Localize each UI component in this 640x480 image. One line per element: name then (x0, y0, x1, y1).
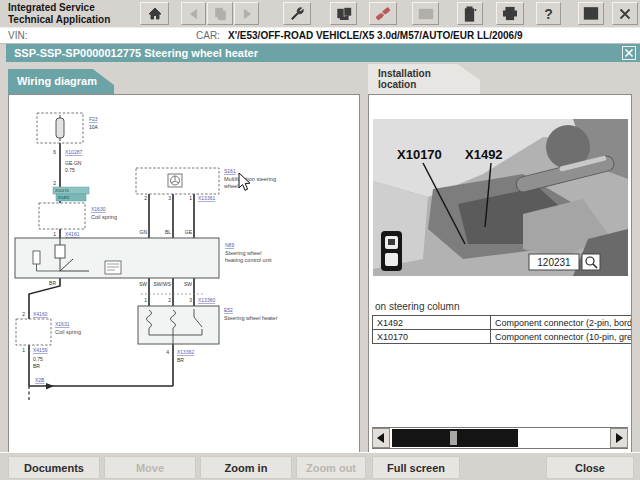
multifunction-steering-wheel-box (136, 168, 219, 194)
mail-icon (418, 7, 434, 21)
document-title-bar: SSP-SSP-SP0000012775 Steering wheel heat… (6, 44, 640, 62)
printer-icon (502, 6, 518, 21)
ista-application-window: { "app": { "title_line1": "Integrated Se… (0, 0, 640, 480)
coil-spring-1-box (39, 203, 85, 229)
coil-spring-2-pin-out: 1 (22, 347, 25, 353)
heater-box (138, 306, 219, 344)
full-screen-button[interactable]: Full screen (372, 456, 460, 479)
battery-button[interactable] (457, 2, 483, 25)
vehicle-info-bar: VIN: CAR: X'/E53/OFF-ROAD VEHICLE/X5 3.0… (0, 28, 640, 44)
coil-spring-2-name: Coil spring (55, 329, 81, 335)
table-row[interactable]: X1492 Component connector (2-pin, bordea… (373, 316, 633, 330)
connection-button[interactable] (369, 2, 397, 25)
coil-spring-2-wire-gauge: 0.75 (33, 356, 43, 362)
documents-button[interactable]: Documents (8, 456, 100, 479)
control-unit-code-link[interactable]: N89 (225, 242, 234, 248)
forward-button[interactable] (234, 2, 259, 25)
cu-pin-3: 3 (189, 297, 192, 303)
ground-code-link[interactable]: X2B (35, 377, 45, 383)
app-title: Integrated Service Technical Application (8, 2, 110, 26)
control-unit-box (15, 238, 219, 278)
sw-wire-3: GE (185, 229, 193, 235)
help-icon: ? (544, 6, 553, 22)
app-close-button[interactable] (612, 2, 638, 25)
tools-button[interactable] (283, 2, 311, 25)
coil-spring-2-wire-color: BR (33, 363, 40, 369)
control-unit-name-2: heating control unit (225, 257, 272, 263)
fuse-symbol (37, 113, 83, 143)
steering-wheel-code-link[interactable]: S161 (224, 168, 236, 174)
home-button[interactable] (140, 2, 169, 25)
photo-label-x10170: X10170 (397, 147, 442, 162)
tab-installation-label-1: Installation (378, 68, 480, 79)
horizontal-scrollbar (372, 427, 628, 449)
scroll-right-button[interactable] (610, 428, 628, 448)
coil-spring-2-code-link[interactable]: X1631 (55, 321, 70, 327)
mail-button[interactable] (412, 2, 439, 25)
fuse-rating: 10A (89, 124, 99, 130)
help-button[interactable]: ? (536, 2, 561, 25)
close-icon (624, 48, 634, 58)
connection-broken-icon (375, 6, 391, 22)
steering-wheel-name-2: wheel (223, 183, 238, 189)
connector-desc: Component connector (10-pin, green), (491, 330, 633, 344)
cu-connector-link[interactable]: X13360 (198, 297, 215, 303)
highlight-connector-1: X10170 (55, 188, 70, 193)
supply-connector-link[interactable]: X10287 (65, 149, 82, 155)
heater-wire-color: BR (177, 357, 184, 363)
workshop-system-button[interactable] (330, 2, 357, 25)
tab-wiring-diagram-label: Wiring diagram (17, 75, 97, 87)
vin-label: VIN: (8, 30, 27, 41)
refresh-page-icon (213, 6, 228, 21)
back-icon (187, 7, 201, 21)
bottom-button-bar: Documents Move Zoom in Zoom out Full scr… (0, 452, 640, 480)
document-close-button[interactable] (622, 46, 636, 60)
car-label: CAR: (196, 30, 220, 41)
fuse-code-link[interactable]: F23 (89, 116, 98, 122)
close-button[interactable]: Close (546, 456, 634, 479)
installation-photo: X10170 X1492 120231 (373, 119, 628, 276)
wrench-icon (289, 6, 305, 22)
heater-connector-link[interactable]: X13362 (177, 349, 194, 355)
heater-code-link[interactable]: E52 (224, 307, 233, 313)
zoom-out-button[interactable]: Zoom out (296, 456, 366, 479)
refresh-page-button[interactable] (207, 2, 233, 25)
scroll-right-icon (615, 433, 623, 443)
connector-id: X1492 (373, 316, 491, 330)
photo-label-x1492: X1492 (465, 147, 503, 162)
cu-pin-2: 2 (168, 297, 171, 303)
scrollbar-thumb[interactable] (392, 429, 518, 447)
window-minimize-button[interactable] (578, 2, 604, 25)
print-button[interactable] (496, 2, 524, 25)
wiring-diagram[interactable]: F23 10A 6 X10287 GE-GN 0.75 2 X10170 X14… (9, 95, 359, 454)
control-unit-name-1: Steering wheel (225, 250, 261, 256)
document-title: SSP-SSP-SP0000012775 Steering wheel heat… (14, 47, 258, 59)
sw-wire-1: GN (140, 229, 148, 235)
forward-icon (240, 7, 254, 21)
coil-spring-2-pin-in: 2 (22, 311, 25, 317)
table-row[interactable]: X10170 Component connector (10-pin, gree… (373, 330, 633, 344)
back-button[interactable] (181, 2, 206, 25)
coil-spring-2-connector-in-link[interactable]: X4160 (33, 311, 48, 317)
photo-zoom-button[interactable] (582, 254, 600, 270)
image-number: 120231 (537, 257, 571, 268)
cu-wire-2: SW/WS (154, 281, 172, 287)
sw-pin-1: 2 (144, 195, 147, 201)
coil-spring-2-box (16, 319, 51, 345)
move-button[interactable]: Move (104, 456, 196, 479)
installation-location-panel: X10170 X1492 120231 on steering column X… (368, 94, 632, 455)
highlight-connector-2: X1492 (58, 195, 70, 200)
coil-spring-1-connector-link[interactable]: X4161 (65, 231, 80, 237)
return-wire-color: BR (49, 280, 56, 286)
scroll-left-button[interactable] (372, 428, 390, 448)
coil-spring-1-code-link[interactable]: X1630 (91, 206, 106, 212)
tab-installation-location[interactable]: Installation location (368, 64, 480, 95)
connector-table: X1492 Component connector (2-pin, bordea… (372, 315, 632, 344)
highlighted-connectors[interactable]: X10170 X1492 (53, 187, 89, 201)
coil-spring-1-pin: 1 (53, 231, 56, 237)
coil-spring-2-connector-out-link[interactable]: X4159 (33, 347, 48, 353)
zoom-in-button[interactable]: Zoom in (200, 456, 292, 479)
sw-connector-link[interactable]: X13361 (198, 195, 215, 201)
tab-wiring-diagram[interactable]: Wiring diagram (8, 69, 114, 95)
workshop-system-icon (336, 6, 352, 22)
